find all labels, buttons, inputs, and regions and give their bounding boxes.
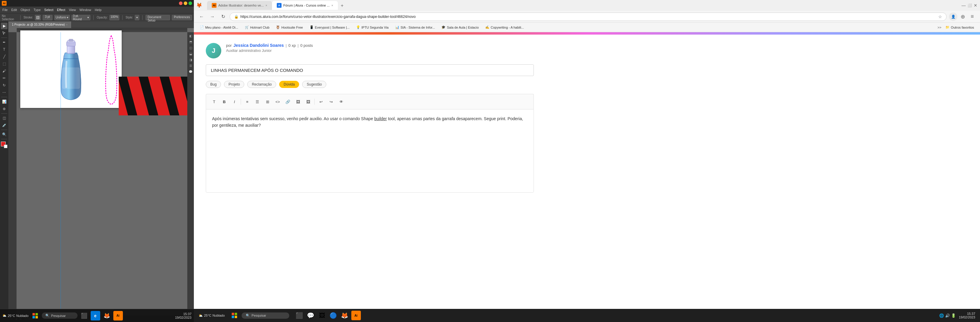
- stroke-width-input[interactable]: 3 pt: [43, 15, 52, 20]
- maximize-button[interactable]: [188, 2, 192, 5]
- panel-btn-2[interactable]: ⬒: [188, 40, 193, 44]
- search-bar-right[interactable]: 🔍 Pesquisar: [242, 312, 289, 319]
- close-button[interactable]: [179, 2, 183, 5]
- tag-bug[interactable]: Bug: [206, 81, 221, 88]
- rect-tool[interactable]: ⬚: [1, 60, 8, 67]
- editor-btn-link[interactable]: 🔗: [283, 97, 292, 106]
- browser-tab-2[interactable]: A Fórum | Alura - Cursos online ... ×: [272, 1, 338, 10]
- menu-button[interactable]: ≡: [968, 13, 977, 21]
- edge-icon-left[interactable]: e: [91, 311, 100, 320]
- zoom-tool[interactable]: 🔍: [1, 131, 8, 138]
- browser-minimize[interactable]: —: [961, 3, 966, 8]
- panel-btn-1[interactable]: ◧: [188, 33, 193, 38]
- menu-help[interactable]: Help: [95, 8, 102, 12]
- warp-tool[interactable]: ⋯: [1, 89, 8, 96]
- bookmark-5[interactable]: 💡 IPTU Segunda Via: [354, 24, 391, 30]
- extensions-button[interactable]: ⊕: [959, 13, 967, 21]
- line-tool[interactable]: ╱: [1, 53, 8, 60]
- pen-tool[interactable]: ✒: [1, 39, 8, 46]
- type-tool[interactable]: T: [1, 46, 8, 53]
- opacity-input[interactable]: 100%: [110, 15, 119, 20]
- illustrator-icon-taskbar[interactable]: Ai: [351, 311, 361, 320]
- panel-btn-6[interactable]: ☰: [188, 63, 193, 68]
- user-profile-button[interactable]: 👤: [949, 13, 957, 21]
- menu-file[interactable]: File: [2, 8, 8, 12]
- new-tab-button[interactable]: +: [338, 2, 346, 10]
- bookmark-4[interactable]: 📱 Everypost | Software |...: [307, 24, 352, 30]
- start-button-left[interactable]: [30, 311, 40, 320]
- editor-area[interactable]: Após inúmeras tentativas sem sucesso, ve…: [206, 109, 534, 193]
- editor-btn-redo[interactable]: ↪: [326, 97, 336, 106]
- panel-btn-3[interactable]: ◫: [188, 45, 193, 50]
- tag-duvida[interactable]: Dúvida: [279, 81, 299, 88]
- tab-2-close[interactable]: ×: [331, 4, 333, 7]
- editor-btn-align-left[interactable]: ≡: [243, 97, 252, 106]
- tag-projeto[interactable]: Projeto: [224, 81, 244, 88]
- editor-btn-italic[interactable]: I: [230, 97, 239, 106]
- tab-1-close[interactable]: ×: [266, 4, 267, 7]
- stroke-uniform-dropdown[interactable]: Uniform ▾: [54, 15, 70, 20]
- stroke-color-swatch[interactable]: [35, 15, 41, 20]
- browser-close[interactable]: ✕: [974, 3, 978, 8]
- pencil-tool[interactable]: ✏: [1, 75, 8, 81]
- graph-tool[interactable]: 📊: [1, 98, 8, 105]
- bookmarks-more-button[interactable]: >>: [938, 25, 942, 29]
- bookmark-1[interactable]: 📄 Meu plano - Ateliê Di...: [197, 24, 241, 30]
- editor-btn-table[interactable]: ⊞: [263, 97, 272, 106]
- document-tab[interactable]: 1 Projecto .ai @ 33.33% (RGB/Preview) ×: [8, 21, 72, 28]
- style-dropdown[interactable]: ▾: [135, 15, 139, 20]
- browser-tab-1[interactable]: Ai Adobe Illustrator: desenho ve... ×: [207, 1, 272, 10]
- url-bar[interactable]: 🔒 https://cursos.alura.com.br/forum/curs…: [230, 13, 947, 21]
- editor-btn-image-2[interactable]: 🖼: [304, 97, 313, 106]
- bookmark-star-icon[interactable]: ☆: [938, 14, 942, 19]
- browser-maximize[interactable]: ⬜: [967, 3, 972, 8]
- menu-effect[interactable]: Effect: [57, 8, 65, 12]
- bookmark-2[interactable]: 🛒 Hotmart Club: [242, 24, 272, 30]
- illustrator-icon-left[interactable]: Ai: [113, 311, 123, 320]
- stroke-cap-dropdown[interactable]: 3 pt. Round ▾: [72, 15, 91, 20]
- paintbrush-tool[interactable]: 🖌: [1, 68, 8, 74]
- editor-btn-undo[interactable]: ↩: [317, 97, 325, 106]
- taskview-button-left[interactable]: ⬛: [80, 311, 89, 320]
- taskview-button-right[interactable]: ⬛: [295, 311, 304, 320]
- bookmark-7[interactable]: 🎓 Sala de Aula | Estacio: [439, 24, 481, 30]
- ai-window-controls[interactable]: [179, 2, 192, 5]
- background-color[interactable]: [4, 144, 8, 148]
- editor-btn-bold[interactable]: B: [220, 97, 229, 106]
- tag-sugestao[interactable]: Sugestão: [302, 81, 326, 88]
- menu-select[interactable]: Select: [44, 8, 53, 12]
- document-tab-close[interactable]: ×: [66, 23, 67, 26]
- forward-button[interactable]: →: [208, 13, 216, 21]
- menu-object[interactable]: Object: [21, 8, 30, 12]
- panel-btn-5[interactable]: ◨: [188, 57, 193, 62]
- editor-btn-preview[interactable]: 👁: [337, 97, 346, 106]
- tag-reclamacao[interactable]: Reclamação: [247, 81, 276, 88]
- menu-view[interactable]: View: [69, 8, 76, 12]
- bookmark-6[interactable]: 📊 SIA - Sistema de Infor...: [393, 24, 438, 30]
- editor-btn-image-1[interactable]: 🖼: [293, 97, 302, 106]
- chat-icon-right[interactable]: 💬: [306, 311, 315, 320]
- bookmark-3[interactable]: 🦉 Hootsuite Free: [274, 24, 305, 30]
- browser-icon-right[interactable]: 🔵: [329, 311, 338, 320]
- reload-button[interactable]: ↻: [219, 13, 227, 21]
- search-bar-left[interactable]: 🔍 Pesquisar: [42, 312, 78, 319]
- editor-btn-text[interactable]: T: [210, 97, 219, 106]
- preferences-button[interactable]: Preferences: [172, 15, 192, 20]
- color-swatches[interactable]: [1, 142, 8, 148]
- editor-btn-list[interactable]: ☰: [253, 97, 262, 106]
- browser-window-controls[interactable]: — ⬜ ✕: [961, 3, 978, 8]
- panel-btn-7[interactable]: 💬: [188, 69, 193, 74]
- photos-icon-right[interactable]: 🖼: [317, 311, 327, 320]
- editor-btn-code[interactable]: <>: [273, 97, 282, 106]
- menu-type[interactable]: Type: [34, 8, 41, 12]
- direct-selection-tool[interactable]: [1, 30, 8, 36]
- author-name[interactable]: Jessica Dandolini Soares: [234, 43, 284, 48]
- start-button-right[interactable]: [230, 311, 239, 320]
- firefox-icon-right[interactable]: 🦊: [340, 311, 350, 320]
- gradient-tool[interactable]: ◫: [1, 115, 8, 121]
- minimize-button[interactable]: [184, 2, 187, 5]
- shape-builder-tool[interactable]: ⊕: [1, 106, 8, 112]
- bookmark-folder[interactable]: 📁 Outros favoritos: [943, 24, 977, 30]
- firefox-icon-left[interactable]: 🦊: [102, 311, 111, 320]
- eyedropper-tool[interactable]: 💉: [1, 122, 8, 128]
